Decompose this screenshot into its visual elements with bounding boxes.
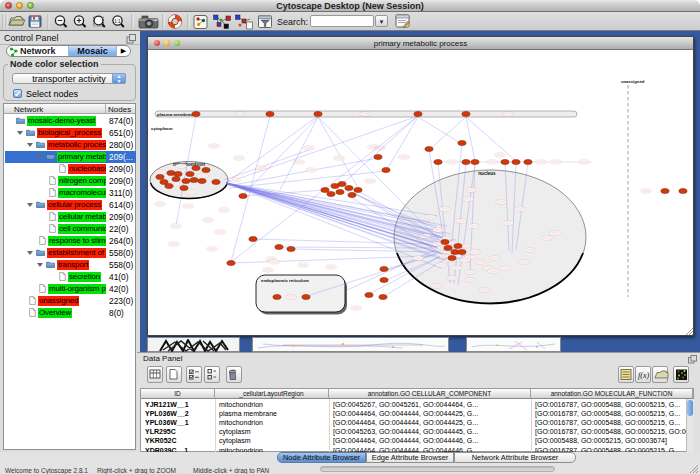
svg-text:endoplasmic reticulum: endoplasmic reticulum: [261, 278, 309, 283]
svg-text:unassigned: unassigned: [621, 79, 645, 84]
svg-text:f(x): f(x): [638, 371, 649, 380]
svg-text:nucleus: nucleus: [478, 171, 496, 176]
svg-text:cytoplasm: cytoplasm: [151, 126, 173, 131]
svg-text:plasma membrane: plasma membrane: [157, 112, 196, 117]
svg-text:1:1: 1:1: [114, 19, 121, 24]
